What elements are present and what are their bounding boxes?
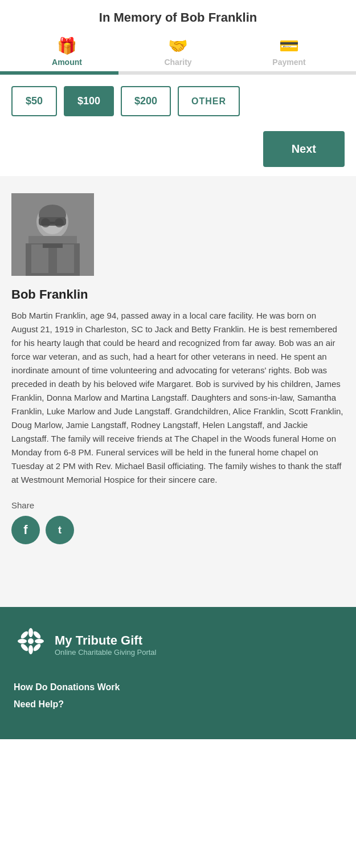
- svg-point-16: [18, 639, 27, 643]
- svg-point-20: [32, 630, 42, 640]
- footer: My Tribute Gift Online Charitable Giving…: [0, 607, 356, 739]
- how-donations-work-link[interactable]: How Do Donations Work: [14, 682, 342, 692]
- svg-point-17: [35, 639, 44, 643]
- svg-point-19: [32, 643, 42, 653]
- svg-point-13: [28, 638, 34, 644]
- amount-other-button[interactable]: OTHER: [178, 86, 240, 116]
- svg-rect-10: [31, 244, 48, 273]
- svg-rect-12: [43, 243, 63, 248]
- step-charity-label: Charity: [164, 58, 191, 67]
- need-help-link[interactable]: Need Help?: [14, 699, 342, 710]
- spacer: [0, 561, 356, 607]
- logo-flower-icon: [14, 624, 48, 665]
- charity-icon: 🤝: [168, 36, 188, 55]
- bio-name: Bob Franklin: [11, 287, 345, 302]
- svg-rect-8: [50, 222, 55, 224]
- svg-rect-11: [57, 244, 74, 273]
- step-payment[interactable]: 💳 Payment: [234, 36, 344, 67]
- footer-logo-text: My Tribute Gift Online Charitable Giving…: [55, 633, 156, 657]
- bio-text: Bob Martin Franklin, age 94, passed away…: [11, 309, 345, 487]
- step-amount-label: Amount: [52, 58, 82, 67]
- gift-icon: 🎁: [57, 36, 77, 55]
- footer-logo-tagline: Online Charitable Giving Portal: [55, 648, 156, 657]
- step-charity[interactable]: 🤝 Charity: [123, 36, 233, 67]
- amount-section: $50 $100 $200 OTHER: [0, 75, 356, 122]
- step-amount[interactable]: 🎁 Amount: [12, 36, 122, 67]
- svg-point-21: [20, 643, 30, 653]
- footer-logo: My Tribute Gift Online Charitable Giving…: [14, 624, 342, 665]
- svg-point-14: [28, 628, 33, 637]
- step-payment-label: Payment: [272, 58, 305, 67]
- twitter-icon: t: [58, 524, 62, 536]
- svg-point-6: [41, 218, 50, 227]
- progress-bar: [0, 71, 356, 75]
- next-section: Next: [0, 122, 356, 176]
- amount-200-button[interactable]: $200: [121, 86, 171, 116]
- amount-100-button[interactable]: $100: [64, 86, 114, 116]
- svg-point-18: [20, 630, 30, 640]
- svg-point-15: [28, 645, 33, 654]
- svg-point-7: [55, 218, 64, 227]
- page-title: In Memory of Bob Franklin: [0, 0, 356, 31]
- progress-unfilled: [118, 71, 356, 75]
- footer-logo-name: My Tribute Gift: [55, 633, 156, 648]
- steps-container: 🎁 Amount 🤝 Charity 💳 Payment: [0, 31, 356, 67]
- progress-filled: [0, 71, 118, 75]
- payment-icon: 💳: [279, 36, 299, 55]
- amount-50-button[interactable]: $50: [11, 86, 57, 116]
- bio-section: Bob Franklin Bob Martin Franklin, age 94…: [0, 176, 356, 561]
- share-label: Share: [11, 500, 345, 510]
- social-buttons: f t: [11, 516, 345, 544]
- facebook-icon: f: [23, 523, 27, 537]
- bio-image: [11, 193, 94, 276]
- bio-image-placeholder: [11, 193, 94, 276]
- amount-buttons: $50 $100 $200 OTHER: [11, 86, 345, 116]
- twitter-button[interactable]: t: [46, 516, 74, 544]
- facebook-button[interactable]: f: [11, 516, 40, 544]
- next-button[interactable]: Next: [263, 131, 345, 167]
